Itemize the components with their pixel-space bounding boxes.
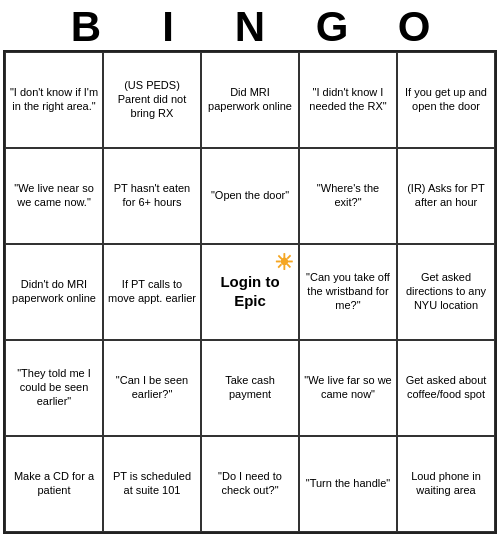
cell-2: Did MRI paperwork online bbox=[201, 52, 299, 148]
bingo-letter-B: B bbox=[45, 6, 127, 48]
cell-21: PT is scheduled at suite 101 bbox=[103, 436, 201, 532]
cell-9: (IR) Asks for PT after an hour bbox=[397, 148, 495, 244]
cell-text: "Can you take off the wristband for me?" bbox=[303, 271, 393, 312]
free-space-text: Login to Epic bbox=[205, 273, 295, 311]
cell-8: "Where's the exit?" bbox=[299, 148, 397, 244]
cell-text: PT hasn't eaten for 6+ hours bbox=[107, 182, 197, 210]
cell-16: "Can I be seen earlier?" bbox=[103, 340, 201, 436]
cell-5: "We live near so we came now." bbox=[5, 148, 103, 244]
cell-6: PT hasn't eaten for 6+ hours bbox=[103, 148, 201, 244]
cell-23: "Turn the handle" bbox=[299, 436, 397, 532]
cell-19: Get asked about coffee/food spot bbox=[397, 340, 495, 436]
cell-text: Didn't do MRI paperwork online bbox=[9, 278, 99, 306]
cell-17: Take cash payment bbox=[201, 340, 299, 436]
cell-text: "We live near so we came now." bbox=[9, 182, 99, 210]
cell-10: Didn't do MRI paperwork online bbox=[5, 244, 103, 340]
cell-3: "I didn't know I needed the RX" bbox=[299, 52, 397, 148]
bingo-header: BINGO bbox=[0, 0, 500, 50]
cell-text: Make a CD for a patient bbox=[9, 470, 99, 498]
cell-4: If you get up and open the door bbox=[397, 52, 495, 148]
cell-20: Make a CD for a patient bbox=[5, 436, 103, 532]
cell-text: "They told me I could be seen earlier" bbox=[9, 367, 99, 408]
cell-text: "I didn't know I needed the RX" bbox=[303, 86, 393, 114]
cell-text: PT is scheduled at suite 101 bbox=[107, 470, 197, 498]
bingo-grid: "I don't know if I'm in the right area."… bbox=[3, 50, 497, 534]
cell-text: "Do I need to check out?" bbox=[205, 470, 295, 498]
cell-18: "We live far so we came now" bbox=[299, 340, 397, 436]
cell-text: (IR) Asks for PT after an hour bbox=[401, 182, 491, 210]
bingo-letter-N: N bbox=[209, 6, 291, 48]
cell-text: Get asked directions to any NYU location bbox=[401, 271, 491, 312]
cell-text: "Turn the handle" bbox=[306, 477, 390, 491]
cell-13: "Can you take off the wristband for me?" bbox=[299, 244, 397, 340]
cell-22: "Do I need to check out?" bbox=[201, 436, 299, 532]
cell-text: If PT calls to move appt. earlier bbox=[107, 278, 197, 306]
sun-icon: ☀ bbox=[274, 249, 294, 277]
cell-14: Get asked directions to any NYU location bbox=[397, 244, 495, 340]
cell-text: Get asked about coffee/food spot bbox=[401, 374, 491, 402]
cell-text: "Open the door" bbox=[211, 189, 289, 203]
cell-text: "Can I be seen earlier?" bbox=[107, 374, 197, 402]
cell-text: "Where's the exit?" bbox=[303, 182, 393, 210]
bingo-letter-G: G bbox=[291, 6, 373, 48]
bingo-letter-O: O bbox=[373, 6, 455, 48]
free-space: ☀Login to Epic bbox=[201, 244, 299, 340]
cell-11: If PT calls to move appt. earlier bbox=[103, 244, 201, 340]
cell-text: Loud phone in waiting area bbox=[401, 470, 491, 498]
cell-7: "Open the door" bbox=[201, 148, 299, 244]
cell-text: (US PEDS) Parent did not bring RX bbox=[107, 79, 197, 120]
cell-text: Take cash payment bbox=[205, 374, 295, 402]
cell-0: "I don't know if I'm in the right area." bbox=[5, 52, 103, 148]
bingo-letter-I: I bbox=[127, 6, 209, 48]
cell-text: If you get up and open the door bbox=[401, 86, 491, 114]
cell-text: "We live far so we came now" bbox=[303, 374, 393, 402]
cell-text: "I don't know if I'm in the right area." bbox=[9, 86, 99, 114]
cell-24: Loud phone in waiting area bbox=[397, 436, 495, 532]
cell-1: (US PEDS) Parent did not bring RX bbox=[103, 52, 201, 148]
cell-15: "They told me I could be seen earlier" bbox=[5, 340, 103, 436]
cell-text: Did MRI paperwork online bbox=[205, 86, 295, 114]
